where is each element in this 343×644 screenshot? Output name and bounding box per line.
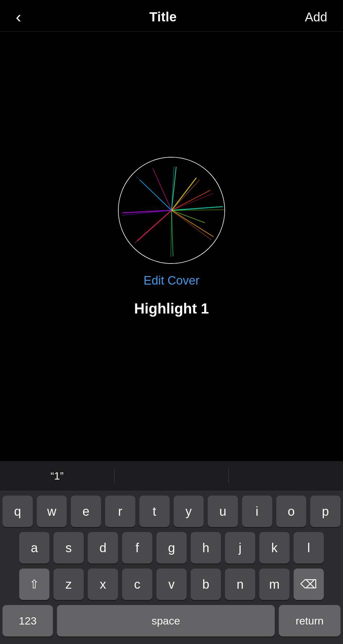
shift-key[interactable]: ⇧ <box>19 569 49 600</box>
key-l[interactable]: l <box>294 532 324 564</box>
key-n[interactable]: n <box>225 569 255 600</box>
key-a[interactable]: a <box>19 532 49 564</box>
key-c[interactable]: c <box>122 569 152 600</box>
key-j[interactable]: j <box>225 532 255 564</box>
backspace-icon: ⌫ <box>300 577 317 591</box>
backspace-key[interactable]: ⌫ <box>294 569 324 600</box>
key-z[interactable]: z <box>53 569 84 600</box>
key-q[interactable]: q <box>3 496 33 527</box>
page-title: Title <box>149 9 177 25</box>
key-m[interactable]: m <box>259 569 290 600</box>
key-u[interactable]: u <box>208 496 238 527</box>
key-h[interactable]: h <box>191 532 221 564</box>
header: ‹ Title Add <box>0 0 343 32</box>
key-s[interactable]: s <box>53 532 84 564</box>
key-y[interactable]: y <box>174 496 204 527</box>
key-w[interactable]: w <box>37 496 67 527</box>
cover-wrapper: Edit Cover Highlight 1 <box>118 157 225 317</box>
key-row-1: q w e r t y u i o p <box>3 496 340 527</box>
key-row-3: ⇧ z x c v b n m ⌫ <box>3 569 340 600</box>
key-e[interactable]: e <box>71 496 101 527</box>
predictive-bar: “1” <box>0 461 343 491</box>
key-b[interactable]: b <box>191 569 221 600</box>
return-key[interactable]: return <box>279 605 340 636</box>
add-button[interactable]: Add <box>302 10 330 24</box>
key-p[interactable]: p <box>310 496 340 527</box>
cover-image[interactable] <box>118 157 225 264</box>
back-button[interactable]: ‹ <box>13 9 24 25</box>
key-d[interactable]: d <box>88 532 118 564</box>
key-g[interactable]: g <box>156 532 187 564</box>
space-key[interactable]: space <box>57 605 275 636</box>
key-x[interactable]: x <box>88 569 118 600</box>
keyboard-area: “1” q w e r t y u i o p a s d f g h j <box>0 461 343 644</box>
key-k[interactable]: k <box>259 532 290 564</box>
highlight-title: Highlight 1 <box>134 300 209 317</box>
key-row-2: a s d f g h j k l <box>3 532 340 564</box>
predictive-divider-2 <box>228 469 229 484</box>
key-o[interactable]: o <box>276 496 306 527</box>
predictive-word-1[interactable]: “1” <box>0 470 114 482</box>
key-i[interactable]: i <box>242 496 272 527</box>
key-t[interactable]: t <box>139 496 170 527</box>
edit-cover-button[interactable]: Edit Cover <box>143 274 199 287</box>
num-key[interactable]: 123 <box>3 605 53 636</box>
bottom-row: 123 space return <box>0 600 343 644</box>
key-f[interactable]: f <box>122 532 152 564</box>
main-content: Edit Cover Highlight 1 <box>0 32 343 461</box>
key-v[interactable]: v <box>156 569 187 600</box>
predictive-divider-1 <box>114 469 115 484</box>
keyboard-rows: q w e r t y u i o p a s d f g h j k l ⇧ … <box>0 491 343 600</box>
key-r[interactable]: r <box>105 496 135 527</box>
